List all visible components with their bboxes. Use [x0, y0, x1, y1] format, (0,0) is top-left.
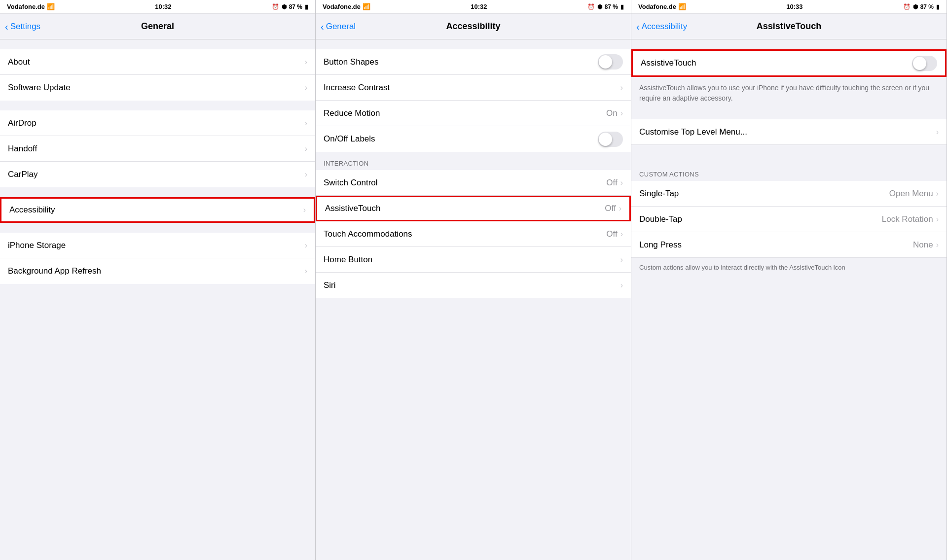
alarm-icon: ⏰ [272, 3, 279, 10]
status-right: ⏰ ⬢ 87 % ▮ [272, 3, 308, 10]
status-right-acc: ⏰ ⬢ 87 % ▮ [587, 3, 624, 10]
assistivetouch-toggle-label: AssistiveTouch [641, 58, 912, 68]
nav-bar-general: ‹ Settings General [0, 14, 315, 39]
list-item-increase-contrast[interactable]: Increase Contrast › [316, 75, 631, 101]
chevron-increase-contrast: › [620, 83, 623, 92]
list-item-single-tap[interactable]: Single-Tap Open Menu › [631, 181, 947, 207]
time: 10:32 [155, 3, 171, 10]
alarm-icon-at: ⏰ [903, 3, 911, 10]
bluetooth-icon: ⬢ [282, 3, 287, 10]
carrier-acc: Vodafone.de [323, 3, 361, 10]
back-to-general[interactable]: ‹ General [321, 22, 356, 32]
nav-bar-accessibility: ‹ General Accessibility [316, 14, 631, 39]
battery-level-acc: 87 % [605, 3, 618, 10]
section-interaction: INTERACTION Switch Control Off › Assisti… [316, 152, 631, 298]
single-tap-label: Single-Tap [639, 189, 889, 199]
status-bar-accessibility: Vodafone.de 📶 10:32 ⏰ ⬢ 87 % ▮ [316, 0, 631, 14]
iphone-storage-label: iPhone Storage [8, 241, 305, 250]
assistivetouch-toggle-row[interactable]: AssistiveTouch [631, 49, 947, 77]
home-button-label: Home Button [324, 255, 620, 265]
assistivetouch-description: AssistiveTouch allows you to use your iP… [631, 77, 947, 109]
list-item-assistivetouch-acc[interactable]: AssistiveTouch Off › [316, 196, 631, 221]
battery-level-at: 87 % [920, 3, 934, 10]
list-item-siri[interactable]: Siri › [316, 273, 631, 298]
general-panel: Vodafone.de 📶 10:32 ⏰ ⬢ 87 % ▮ ‹ Setting… [0, 0, 316, 560]
reduce-motion-label: Reduce Motion [324, 108, 606, 118]
background-refresh-label: Background App Refresh [8, 266, 305, 276]
list-item-carplay[interactable]: CarPlay › [0, 162, 315, 187]
chevron-single-tap: › [936, 189, 939, 198]
wifi-icon: 📶 [47, 3, 55, 10]
battery-icon: ▮ [305, 3, 308, 10]
list-item-long-press[interactable]: Long Press None › [631, 232, 947, 258]
list-item-double-tap[interactable]: Double-Tap Lock Rotation › [631, 207, 947, 232]
chevron-siri: › [620, 281, 623, 290]
airdrop-label: AirDrop [8, 118, 305, 128]
handoff-label: Handoff [8, 144, 305, 154]
chevron-about: › [305, 58, 307, 67]
touch-accommodations-label: Touch Accommodations [324, 229, 606, 239]
section-vision: Button Shapes Increase Contrast › Reduce… [316, 49, 631, 152]
onoff-labels-label: On/Off Labels [324, 134, 598, 144]
general-content: About › Software Update › AirDrop › Hand… [0, 39, 315, 560]
section-accessibility: Accessibility › [0, 187, 315, 223]
chevron-carplay: › [305, 170, 307, 179]
list-item-button-shapes[interactable]: Button Shapes [316, 49, 631, 75]
chevron-background-refresh: › [305, 267, 307, 276]
switch-control-value: Off [606, 178, 617, 188]
reduce-motion-value: On [606, 108, 618, 118]
list-item-software-update[interactable]: Software Update › [0, 75, 315, 101]
list-item-background-refresh[interactable]: Background App Refresh › [0, 258, 315, 284]
list-item-customise-menu[interactable]: Customise Top Level Menu... › [631, 119, 947, 145]
list-item-home-button[interactable]: Home Button › [316, 247, 631, 273]
chevron-switch-control: › [620, 178, 623, 187]
accessibility-content: Button Shapes Increase Contrast › Reduce… [316, 39, 631, 560]
customise-menu-label: Customise Top Level Menu... [639, 127, 936, 137]
back-to-settings[interactable]: ‹ Settings [5, 22, 40, 32]
carrier: Vodafone.de [7, 3, 45, 10]
chevron-double-tap: › [936, 215, 939, 224]
carplay-label: CarPlay [8, 170, 305, 179]
list-item-airdrop[interactable]: AirDrop › [0, 110, 315, 136]
back-label-acc: General [326, 22, 356, 32]
wifi-icon-acc: 📶 [363, 3, 370, 10]
chevron-software-update: › [305, 83, 307, 92]
list-item-about[interactable]: About › [0, 49, 315, 75]
onoff-labels-toggle[interactable] [598, 132, 623, 147]
back-chevron-acc-icon: ‹ [321, 22, 324, 32]
time-at: 10:33 [786, 3, 802, 10]
back-label-at: Accessibility [642, 22, 688, 32]
double-tap-label: Double-Tap [639, 214, 882, 224]
alarm-icon-acc: ⏰ [587, 3, 595, 10]
button-shapes-toggle[interactable] [598, 54, 623, 70]
list-item-touch-accommodations[interactable]: Touch Accommodations Off › [316, 221, 631, 247]
status-right-at: ⏰ ⬢ 87 % ▮ [903, 3, 940, 10]
chevron-customise-menu: › [936, 128, 939, 137]
section-airdrop: AirDrop › Handoff › CarPlay › [0, 101, 315, 187]
long-press-label: Long Press [639, 240, 913, 250]
list-item-switch-control[interactable]: Switch Control Off › [316, 170, 631, 196]
status-left: Vodafone.de 📶 [7, 3, 55, 10]
list-item-handoff[interactable]: Handoff › [0, 136, 315, 162]
siri-label: Siri [324, 280, 620, 290]
chevron-iphone-storage: › [305, 241, 307, 250]
assistivetouch-main-toggle[interactable] [912, 56, 937, 71]
back-chevron-icon: ‹ [5, 22, 8, 32]
nav-title-at: AssistiveTouch [757, 21, 822, 32]
list-item-iphone-storage[interactable]: iPhone Storage › [0, 233, 315, 258]
chevron-home-button: › [620, 255, 623, 264]
list-item-accessibility[interactable]: Accessibility › [0, 197, 315, 223]
chevron-airdrop: › [305, 119, 307, 128]
battery-icon-at: ▮ [936, 3, 940, 10]
list-item-onoff-labels[interactable]: On/Off Labels [316, 126, 631, 152]
carrier-at: Vodafone.de [638, 3, 676, 10]
back-to-accessibility[interactable]: ‹ Accessibility [636, 22, 687, 32]
accessibility-label: Accessibility [9, 205, 303, 215]
bluetooth-icon-acc: ⬢ [597, 3, 602, 10]
accessibility-panel: Vodafone.de 📶 10:32 ⏰ ⬢ 87 % ▮ ‹ General… [316, 0, 631, 560]
nav-bar-at: ‹ Accessibility AssistiveTouch [631, 14, 947, 39]
list-item-reduce-motion[interactable]: Reduce Motion On › [316, 101, 631, 126]
toggle-knob-onoff [599, 133, 612, 146]
about-label: About [8, 57, 305, 67]
toggle-knob [599, 55, 612, 69]
